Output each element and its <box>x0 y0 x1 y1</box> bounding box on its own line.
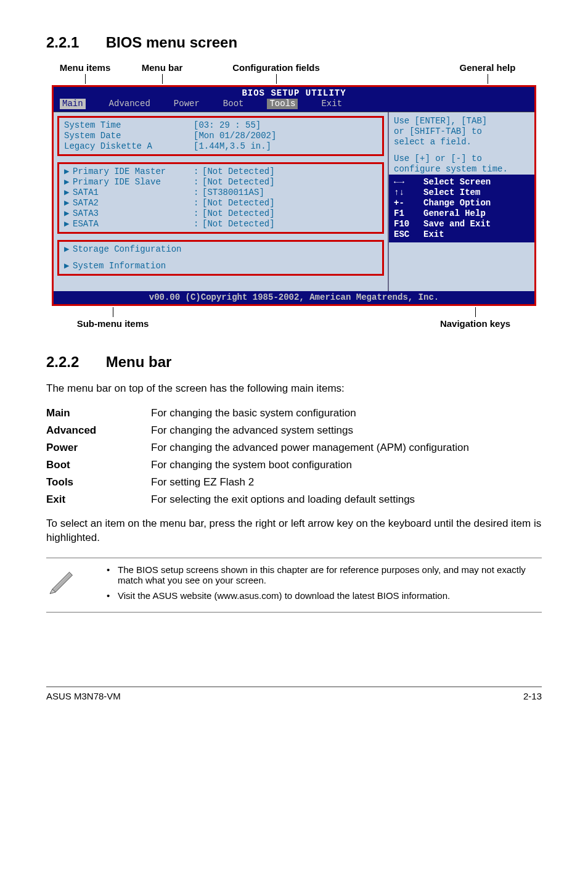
bios-block-2: ▶Primary IDE Master:[Not Detected] ▶Prim… <box>57 162 384 234</box>
bios-help-line: select a field. <box>394 137 529 147</box>
heading-title: Menu bar <box>106 353 172 370</box>
bios-menu-bar: Main Advanced Power Boot Tools Exit <box>54 99 534 110</box>
paragraph: To select an item on the menu bar, press… <box>46 517 542 545</box>
bios-help-line: Use [+] or [-] to <box>394 154 529 164</box>
triangle-icon: ▶ <box>64 198 73 208</box>
term-main: Main <box>46 407 151 419</box>
bios-system-date-value[interactable]: [Mon 01/28/2002] <box>194 131 276 141</box>
bios-legacy-diskette-label[interactable]: Legacy Diskette A <box>64 141 194 152</box>
bios-help-line: or [SHIFT-TAB] to <box>394 126 529 137</box>
bios-esata-label[interactable]: ESATA <box>73 219 194 229</box>
key-action: Exit <box>423 229 444 240</box>
key-arrows-ud: ↑↓ <box>394 188 423 198</box>
bios-storage-config-label[interactable]: Storage Configuration <box>73 244 202 255</box>
heading-number: 2.2.2 <box>46 353 102 371</box>
key-action: General Help <box>423 208 486 219</box>
footer-page-number: 2-13 <box>523 691 542 701</box>
bios-sata2-label[interactable]: SATA2 <box>73 198 194 208</box>
key-plusminus: +- <box>394 198 423 208</box>
desc-power: For changing the advanced power manageme… <box>151 442 542 454</box>
bios-sata1-value: [ST380011AS] <box>202 188 264 198</box>
callout-menu-bar: Menu bar <box>142 62 183 73</box>
bios-sata3-label[interactable]: SATA3 <box>73 208 194 219</box>
bios-esata-value: [Not Detected] <box>202 219 275 229</box>
note-item: Visit the ASUS website (www.asus.com) to… <box>107 590 542 601</box>
bios-help-line: Use [ENTER], [TAB] <box>394 116 529 126</box>
bios-menu-advanced[interactable]: Advanced <box>109 99 150 109</box>
bios-title: BIOS SETUP UTILITY <box>54 88 534 99</box>
note-pencil-icon <box>46 558 96 613</box>
bios-menu-exit[interactable]: Exit <box>321 99 342 109</box>
menu-description-table: MainFor changing the basic system config… <box>46 407 542 506</box>
desc-exit: For selecting the exit options and loadi… <box>151 493 542 506</box>
bios-legacy-diskette-value[interactable]: [1.44M,3.5 in.] <box>194 141 271 152</box>
triangle-icon: ▶ <box>64 208 73 219</box>
key-f10: F10 <box>394 219 423 229</box>
callout-menu-items: Menu items <box>60 62 111 73</box>
bios-footer: v00.00 (C)Copyright 1985-2002, American … <box>54 291 534 304</box>
bios-menu-tools[interactable]: Tools <box>267 99 298 109</box>
triangle-icon: ▶ <box>64 219 73 229</box>
key-action: Select Item <box>423 188 480 198</box>
callout-general-help: General help <box>460 62 516 73</box>
bios-menu-boot[interactable]: Boot <box>223 99 244 109</box>
bios-sata1-label[interactable]: SATA1 <box>73 188 194 198</box>
bios-block-1: System Time[03: 29 : 55] System Date[Mon… <box>57 116 384 156</box>
desc-boot: For changing the system boot configurati… <box>151 459 542 471</box>
bios-system-time-label[interactable]: System Time <box>64 120 194 131</box>
term-advanced: Advanced <box>46 424 151 437</box>
desc-tools: For setting EZ Flash 2 <box>151 476 542 489</box>
key-action: Change Option <box>423 198 491 208</box>
bios-ide-master-value: [Not Detected] <box>202 167 275 177</box>
bios-sata2-value: [Not Detected] <box>202 198 275 208</box>
desc-main: For changing the basic system configurat… <box>151 407 542 419</box>
bios-sata3-value: [Not Detected] <box>202 208 275 219</box>
bios-menu-main[interactable]: Main <box>60 99 86 109</box>
bios-help-line: configure system time. <box>394 164 529 175</box>
term-exit: Exit <box>46 493 151 506</box>
triangle-icon: ▶ <box>64 177 73 188</box>
bottom-callout-row: Sub-menu items Navigation keys <box>46 307 542 329</box>
bios-ide-master-label[interactable]: Primary IDE Master <box>73 167 194 177</box>
bios-ide-slave-value: [Not Detected] <box>202 177 275 188</box>
desc-advanced: For changing the advanced system setting… <box>151 424 542 437</box>
bios-ide-slave-label[interactable]: Primary IDE Slave <box>73 177 194 188</box>
triangle-icon: ▶ <box>64 261 73 271</box>
section-heading-1: 2.2.1 BIOS menu screen <box>46 34 542 51</box>
key-action: Select Screen <box>423 177 491 188</box>
term-tools: Tools <box>46 476 151 489</box>
note-box: The BIOS setup screens shown in this cha… <box>46 558 542 613</box>
callout-submenu-items: Sub-menu items <box>77 318 149 329</box>
key-esc: ESC <box>394 229 423 240</box>
term-boot: Boot <box>46 459 151 471</box>
top-callout-row: Menu items Menu bar Configuration fields… <box>46 62 542 84</box>
svg-marker-0 <box>52 572 73 592</box>
paragraph: The menu bar on top of the screen has th… <box>46 382 542 396</box>
footer-product: ASUS M3N78-VM <box>46 691 121 701</box>
bios-system-date-label[interactable]: System Date <box>64 131 194 141</box>
callout-navigation-keys: Navigation keys <box>440 318 510 329</box>
key-action: Save and Exit <box>423 219 491 229</box>
heading-number: 2.2.1 <box>46 34 102 51</box>
triangle-icon: ▶ <box>64 188 73 198</box>
triangle-icon: ▶ <box>64 167 73 177</box>
triangle-icon: ▶ <box>64 244 73 255</box>
bios-system-info-label[interactable]: System Information <box>73 261 202 271</box>
bios-system-time-value[interactable]: [03: 29 : 55] <box>194 120 261 131</box>
bios-screen: BIOS SETUP UTILITY Main Advanced Power B… <box>52 85 536 306</box>
note-item: The BIOS setup screens shown in this cha… <box>107 564 542 585</box>
term-power: Power <box>46 442 151 454</box>
section-heading-2: 2.2.2 Menu bar <box>46 353 542 371</box>
page-footer: ASUS M3N78-VM 2-13 <box>46 687 542 701</box>
key-arrows-lr: ←→ <box>394 177 423 188</box>
heading-title: BIOS menu screen <box>106 34 237 51</box>
bios-menu-power[interactable]: Power <box>174 99 200 109</box>
key-f1: F1 <box>394 208 423 219</box>
bios-nav-keys: ←→Select Screen ↑↓Select Item +-Change O… <box>394 177 529 240</box>
bios-block-3: ▶Storage Configuration ▶System Informati… <box>57 240 384 276</box>
callout-config-fields: Configuration fields <box>232 62 320 73</box>
